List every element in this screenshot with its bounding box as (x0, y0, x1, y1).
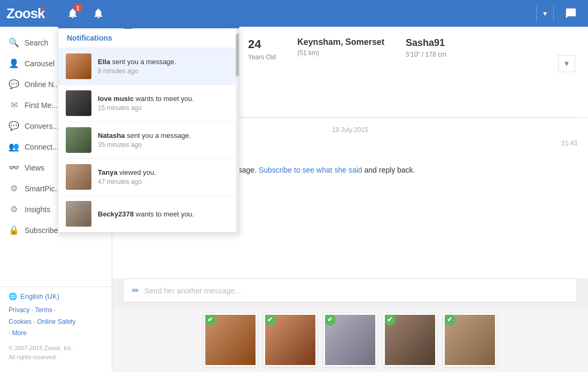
insights-icon: ⚙ (9, 204, 19, 214)
terms-link[interactable]: Terms (35, 306, 52, 314)
globe-icon: 🌐 (9, 292, 17, 300)
sidebar-label-connections: Connect... (25, 143, 59, 151)
views-icon: 👓 (9, 162, 19, 173)
notif-name-lovemusic: love music (98, 95, 134, 103)
photo-thumb-2[interactable]: ✔ (323, 313, 377, 367)
copyright: © 2007-2015 Zoosk, Inc.All rights reserv… (9, 344, 103, 361)
language-label: English (UK) (20, 292, 59, 300)
conversations-icon: 💬 (9, 121, 19, 131)
notif-text-tanya: Tanya viewed you. 47 minutes ago (98, 168, 231, 185)
search-icon: 🔍 (9, 37, 19, 48)
notif-avatar-becky (66, 201, 91, 227)
profile-info: 24 Years Old Keynsham, Somerset (51 km) … (235, 27, 588, 117)
notification-item-0[interactable]: Ella sent you a message. 8 minutes ago (58, 48, 239, 85)
notification-item-2[interactable]: Natasha sent you a message. 35 minutes a… (58, 122, 239, 159)
nav-divider-2 (553, 5, 554, 21)
carousel-icon: 👤 (9, 58, 19, 68)
profile-age-label: Years Old (248, 53, 276, 61)
notif-avatar-ella (66, 53, 91, 79)
notification-item-3[interactable]: Tanya viewed you. 47 minutes ago (58, 159, 239, 196)
profile-age-stat: 24 Years Old (248, 37, 276, 106)
separator-4: · (9, 329, 12, 337)
notif-text-natasha: Natasha sent you a message. 35 minutes a… (98, 131, 231, 149)
notif-time-lovemusic: 15 minutes ago (98, 104, 231, 112)
notif-time-natasha: 35 minutes ago (98, 141, 231, 149)
sidebar-footer: 🌐 English (UK) Privacy · Terms · Cookies… (0, 286, 112, 367)
sidebar-label-smartpick: SmartPic... (25, 184, 61, 193)
photo-check-2: ✔ (324, 314, 336, 326)
photo-thumb-1[interactable]: ✔ (264, 313, 317, 367)
top-navigation: Zoosk ♥ 1 ▾ (0, 0, 588, 27)
notif-text-becky: Becky2378 wants to meet you. (98, 210, 231, 218)
photo-thumb-3[interactable]: ✔ (383, 313, 437, 367)
notifications-scrollbar[interactable] (236, 28, 239, 232)
bell-button[interactable] (88, 3, 109, 24)
chat-input-area[interactable]: ✏ Send her another message... (123, 278, 577, 303)
photo-check-4: ✔ (444, 314, 455, 326)
profile-location-stat: Keynsham, Somerset (51 km) (297, 37, 384, 106)
messages-button[interactable] (560, 3, 582, 24)
edit-icon: ✏ (132, 285, 139, 296)
dropdown-arrow (124, 25, 133, 29)
notification-item-4[interactable]: Becky2378 wants to meet you. (58, 196, 239, 232)
photos-strip: ✔ ✔ ✔ ✔ ✔ (112, 308, 588, 372)
sidebar-label-first-message: First Me... (25, 101, 58, 110)
sidebar-label-search: Search (25, 38, 48, 47)
notif-time-ella: 8 minutes ago (98, 67, 231, 75)
notifications-button[interactable]: 1 (62, 3, 83, 24)
notif-text-lovemusic: love music wants to meet you. 15 minutes… (98, 95, 231, 112)
notification-item-1[interactable]: love music wants to meet you. 15 minutes… (58, 85, 239, 122)
separator-2: · (54, 306, 56, 314)
profile-username-stat: Sasha91 5'10" / 178 cm (406, 37, 446, 106)
scrollbar-thumb (236, 34, 239, 76)
notif-name-natasha: Natasha (98, 131, 125, 140)
first-message-icon: ✉ (9, 100, 19, 110)
logo-text: Zoosk (6, 5, 45, 22)
photo-thumb-0[interactable]: ✔ (204, 313, 257, 367)
photo-check-3: ✔ (384, 314, 396, 326)
notif-time-tanya: 47 minutes ago (98, 178, 231, 185)
profile-expand-button[interactable]: ▾ (558, 55, 575, 72)
nav-divider (536, 5, 537, 21)
smartpick-icon: ⚙ (9, 183, 19, 193)
privacy-link[interactable]: Privacy (9, 306, 29, 314)
chevron-down-icon: ▾ (564, 58, 569, 68)
notif-name-becky: Becky2378 (98, 210, 134, 218)
notif-name-ella: Ella (98, 58, 110, 66)
heart-icon: ♥ (41, 5, 45, 13)
photo-thumb-4[interactable]: ✔ (443, 313, 497, 367)
nav-dropdown-button[interactable]: ▾ (543, 9, 547, 18)
sidebar-label-subscribe: Subscribe (25, 226, 58, 235)
photo-check-1: ✔ (264, 314, 276, 326)
subscribe-link[interactable]: Subscribe to see what she said (259, 166, 362, 174)
photo-check-0: ✔ (204, 314, 216, 326)
online-safety-link[interactable]: Online Safety (37, 318, 75, 326)
notif-avatar-lovemusic (66, 90, 91, 116)
dropdown-arrow-icon: ▾ (543, 9, 547, 18)
sidebar-label-online-now: Online N... (25, 80, 60, 89)
profile-distance: (51 km) (297, 49, 384, 57)
sidebar-label-insights: Insights (25, 205, 50, 214)
nav-right: ▾ (530, 3, 582, 24)
notifications-title: Notifications (58, 28, 239, 48)
notif-avatar-tanya (66, 164, 91, 190)
profile-location: Keynsham, Somerset (297, 37, 384, 47)
notif-text-ella: Ella sent you a message. 8 minutes ago (98, 58, 231, 75)
profile-height: 5'10" / 178 cm (406, 51, 446, 58)
language-selector[interactable]: 🌐 English (UK) (9, 292, 103, 300)
cookies-link[interactable]: Cookies (9, 318, 32, 326)
subscribe-icon: 🔒 (9, 225, 19, 235)
profile-username: Sasha91 (406, 37, 446, 49)
more-link[interactable]: More (12, 329, 27, 337)
sidebar-label-carousel: Carousel (25, 59, 55, 68)
chat-input-placeholder: Send her another message... (144, 286, 241, 295)
footer-links: Privacy · Terms · Cookies · Online Safet… (9, 305, 103, 339)
logo[interactable]: Zoosk ♥ (6, 5, 49, 22)
profile-age: 24 (248, 37, 276, 51)
sidebar-label-conversations: Convers... (25, 122, 59, 130)
notif-avatar-natasha (66, 127, 91, 153)
notifications-dropdown: Notifications Ella sent you a message. 8… (58, 27, 239, 233)
notif-name-tanya: Tanya (98, 168, 118, 176)
sidebar-label-views: Views (25, 164, 44, 172)
connections-icon: 👥 (9, 142, 19, 152)
